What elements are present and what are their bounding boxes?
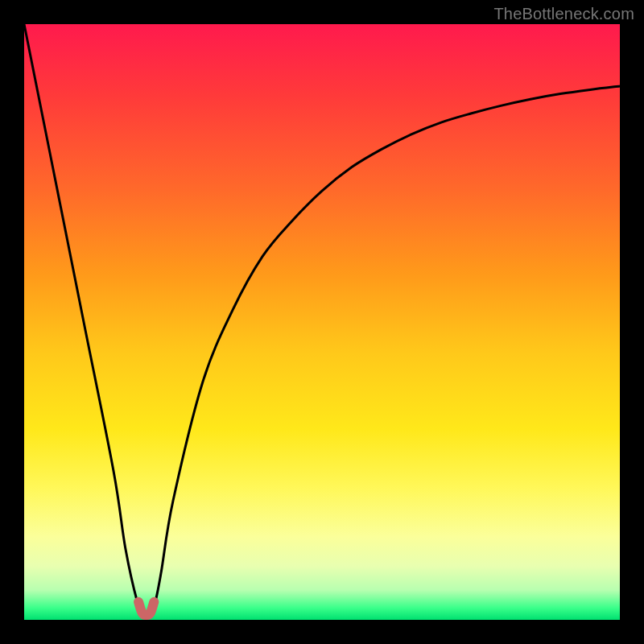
watermark-text: TheBottleneck.com [493, 5, 634, 23]
bottleneck-curve-path [24, 24, 620, 615]
plot-area [24, 24, 620, 620]
bottom-tail-path [138, 602, 154, 615]
chart-frame: TheBottleneck.com [0, 0, 644, 644]
curve-svg [24, 24, 620, 620]
